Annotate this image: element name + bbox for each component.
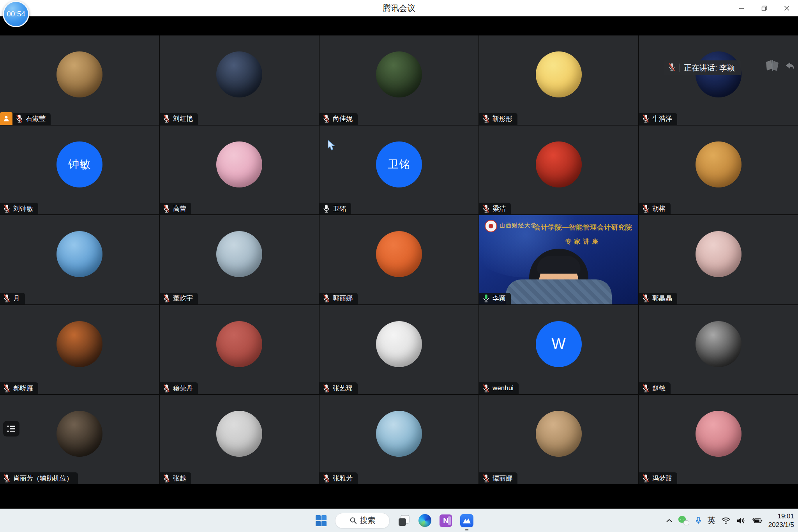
muted-mic-icon (3, 204, 11, 213)
minimize-button[interactable] (730, 0, 753, 16)
participant-avatar (56, 51, 102, 97)
participant-tile[interactable]: 卫铭卫铭 (320, 125, 478, 215)
member-list-button[interactable] (3, 421, 19, 437)
muted-mic-icon (668, 63, 676, 73)
timer-value: 00:54 (7, 10, 25, 18)
participant-name: 梁洁 (493, 204, 506, 213)
onenote-button[interactable]: N (439, 514, 453, 528)
participant-avatar (536, 411, 582, 457)
participant-name-bar: 郭丽娜 (320, 293, 358, 304)
tencent-meeting-app-button[interactable] (460, 514, 474, 528)
participant-name: 谭丽娜 (493, 474, 512, 483)
participant-tile[interactable]: 钟敏刘钟敏 (0, 125, 159, 215)
participant-tile[interactable]: 冯梦甜 (639, 395, 798, 484)
participant-name-bar: 郭晶晶 (639, 293, 677, 304)
restore-button[interactable] (753, 0, 775, 16)
participant-name-bar: wenhui (479, 382, 519, 394)
task-view-icon (397, 514, 410, 527)
participant-tile[interactable]: 肖丽芳（辅助机位） (0, 395, 159, 484)
wifi-icon[interactable] (721, 517, 731, 525)
onenote-icon: N (440, 514, 452, 527)
participant-avatar (696, 231, 742, 277)
wechat-tray-icon[interactable] (678, 516, 689, 526)
participant-tile[interactable]: 郭丽娜 (320, 215, 478, 304)
speaker-video-feed: 山西财经大学会计学院—智能管理会计研究院专家讲座 (479, 215, 638, 304)
search-icon (350, 517, 357, 524)
participant-name: 牛浩洋 (652, 114, 672, 123)
edge-browser-button[interactable] (418, 514, 432, 528)
muted-mic-icon (482, 384, 490, 393)
participant-tile[interactable]: 张艺瑶 (320, 305, 478, 394)
microphone-in-use-icon[interactable] (695, 516, 702, 525)
muted-mic-icon (163, 294, 170, 303)
participant-avatar (216, 51, 262, 97)
speaking-banner: 正在讲话: 李颖 (664, 60, 741, 75)
participant-name-bar: 靳彤彤 (479, 113, 517, 125)
participant-tile[interactable]: 谭丽娜 (479, 395, 638, 484)
speaker-fringe (537, 256, 581, 274)
muted-mic-icon (323, 474, 330, 483)
muted-mic-icon (163, 474, 170, 483)
participant-name-bar: 董屹宇 (160, 293, 198, 304)
participant-grid: 石淑莹刘红艳尚佳妮靳彤彤牛浩洋钟敏刘钟敏高蕾卫铭卫铭梁洁胡榕月董屹宇郭丽娜山西财… (0, 35, 798, 484)
taskbar-search[interactable]: 搜索 (335, 513, 390, 528)
participant-name: 刘钟敏 (13, 204, 33, 213)
participant-tile[interactable]: 牛浩洋 (639, 35, 798, 125)
participant-name-bar: 穆荣丹 (160, 382, 198, 394)
participant-tile[interactable]: 郭晶晶 (639, 215, 798, 304)
volume-icon[interactable] (736, 517, 746, 525)
taskbar-tray: 英 19:01 2023/1/5 (666, 509, 798, 532)
banner-reply-arrow-icon[interactable] (783, 60, 795, 71)
speaking-banner-label: 正在讲话: 李颖 (684, 63, 735, 73)
participant-tile[interactable]: 石淑莹 (0, 35, 159, 125)
mouse-cursor (327, 140, 337, 152)
start-button[interactable] (314, 514, 328, 528)
participant-tile[interactable]: 董屹宇 (160, 215, 319, 304)
tray-chevron-up-icon[interactable] (666, 518, 673, 523)
participant-name: 张艺瑶 (333, 384, 353, 393)
participant-tile[interactable]: Wwenhui (479, 305, 638, 394)
running-indicator-dot (465, 529, 469, 530)
participant-name: 胡榕 (652, 204, 666, 213)
participant-tile[interactable]: 月 (0, 215, 159, 304)
participant-avatar (376, 51, 422, 97)
participant-tile[interactable]: 穆荣丹 (160, 305, 319, 394)
close-button[interactable] (775, 0, 798, 16)
language-indicator[interactable]: 英 (708, 515, 715, 526)
meeting-timer-bubble[interactable]: 00:54 (3, 1, 29, 27)
taskbar-clock[interactable]: 19:01 2023/1/5 (768, 512, 794, 529)
task-view-button[interactable] (397, 514, 411, 528)
participant-name: 尚佳妮 (333, 114, 353, 123)
participant-tile[interactable]: 郝晓雁 (0, 305, 159, 394)
participant-tile[interactable]: 尚佳妮 (320, 35, 478, 125)
battery-charging-icon[interactable] (752, 517, 763, 525)
windows-start-icon (315, 514, 327, 527)
muted-mic-icon (163, 114, 170, 123)
participant-tile[interactable]: 胡榕 (639, 125, 798, 215)
participant-tile[interactable]: 梁洁 (479, 125, 638, 215)
window-titlebar: 腾讯会议 (0, 0, 798, 16)
muted-mic-icon (642, 204, 650, 213)
participant-tile[interactable]: 刘红艳 (160, 35, 319, 125)
speaking-mic-icon (482, 294, 490, 303)
participant-tile[interactable]: 山西财经大学会计学院—智能管理会计研究院专家讲座李颖 (479, 215, 638, 304)
participant-name-bar: 梁洁 (479, 203, 511, 214)
participant-tile[interactable]: 高蕾 (160, 125, 319, 215)
participant-name-bar: 卫铭 (320, 203, 351, 214)
participant-tile[interactable]: 赵敏 (639, 305, 798, 394)
muted-mic-icon (16, 114, 23, 123)
participant-name: 穆荣丹 (173, 384, 193, 393)
slide-title-line1: 会计学院—智能管理会计研究院 (532, 223, 634, 232)
participant-tile[interactable]: 靳彤彤 (479, 35, 638, 125)
clock-time: 19:01 (777, 512, 794, 520)
participant-tile[interactable]: 张雅芳 (320, 395, 478, 484)
banner-flags-icon[interactable] (764, 59, 782, 72)
muted-mic-icon (642, 294, 650, 303)
participant-name: 李颖 (493, 294, 506, 303)
participant-name-bar: 赵敏 (639, 382, 671, 394)
participant-initial-avatar: W (536, 321, 582, 367)
participant-avatar (376, 411, 422, 457)
participant-tile[interactable]: 张越 (160, 395, 319, 484)
participant-name: 张越 (173, 474, 186, 483)
participant-name-bar: 高蕾 (160, 203, 191, 214)
